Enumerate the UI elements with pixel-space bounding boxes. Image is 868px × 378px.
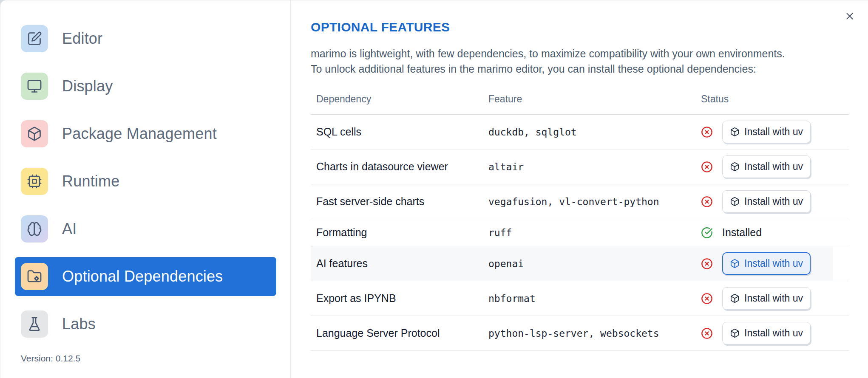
package-icon — [730, 197, 740, 206]
circle-check-icon — [701, 227, 713, 239]
sidebar-item-ai[interactable]: AI — [15, 209, 276, 248]
install-with-uv-button[interactable]: Install with uv — [722, 155, 811, 178]
circle-x-icon — [701, 161, 713, 173]
table-row-formatting: Formatting ruff Installed — [311, 219, 849, 246]
sidebar-item-label: Editor — [62, 30, 102, 48]
feature-packages: ruff — [483, 227, 695, 238]
dependency-name: Formatting — [311, 226, 483, 239]
panel-description: marimo is lightweight, with few dependen… — [311, 46, 849, 76]
package-icon — [730, 127, 740, 137]
table-row-export-ipynb: Export as IPYNB nbformat Install with uv — [311, 281, 849, 316]
sidebar-item-label: Optional Dependencies — [62, 268, 223, 285]
circle-x-icon — [701, 258, 713, 270]
sidebar-item-runtime[interactable]: Runtime — [15, 162, 276, 201]
package-icon — [730, 328, 740, 338]
install-with-uv-button[interactable]: Install with uv — [722, 287, 811, 310]
sidebar-item-label: AI — [62, 220, 77, 238]
sidebar-item-label: Labs — [62, 315, 96, 333]
feature-packages: nbformat — [483, 293, 695, 304]
close-button[interactable] — [843, 10, 856, 23]
feature-packages: duckdb, sqlglot — [483, 127, 695, 138]
table-header-row: Dependency Feature Status — [311, 87, 849, 115]
install-with-uv-button[interactable]: Install with uv — [722, 190, 811, 213]
circle-x-icon — [701, 126, 713, 138]
table-row-fast-charts: Fast server-side charts vegafusion, vl-c… — [311, 184, 849, 219]
table-row-sql-cells: SQL cells duckdb, sqlglot Install with u… — [311, 115, 849, 150]
dependency-name: Export as IPYNB — [311, 292, 483, 305]
install-with-uv-button[interactable]: Install with uv — [722, 322, 811, 344]
installed-status-label: Installed — [722, 226, 762, 239]
sidebar-item-label: Runtime — [62, 172, 119, 190]
dependency-name: Charts in datasource viewer — [311, 161, 483, 173]
column-header-feature: Feature — [483, 93, 695, 105]
sidebar-item-display[interactable]: Display — [15, 67, 276, 106]
box-icon — [21, 120, 48, 147]
sidebar-item-package-management[interactable]: Package Management — [15, 114, 276, 153]
package-icon — [730, 259, 740, 268]
column-header-status: Status — [695, 93, 849, 105]
sidebar-item-label: Display — [62, 77, 113, 95]
page-title: OPTIONAL FEATURES — [311, 21, 849, 34]
close-icon — [844, 11, 855, 22]
package-icon — [730, 293, 740, 303]
install-with-uv-button-focused[interactable]: Install with uv — [722, 252, 811, 275]
brain-icon — [21, 215, 48, 243]
table-row-charts-datasource: Charts in datasource viewer altair Insta… — [311, 150, 849, 184]
sidebar-item-editor[interactable]: Editor — [15, 19, 276, 58]
settings-dialog: Editor Display Package Management Runtim… — [0, 0, 868, 378]
description-line-2: To unlock additional features in the mar… — [311, 63, 756, 75]
cpu-icon — [21, 168, 48, 195]
table-row-ai-features: AI features openai Install with uv — [311, 246, 849, 281]
circle-x-icon — [701, 196, 713, 208]
column-header-dependency: Dependency — [311, 93, 483, 105]
sidebar-item-label: Package Management — [62, 125, 217, 143]
dependency-name: Language Server Protocol — [311, 327, 483, 339]
description-line-1: marimo is lightweight, with few dependen… — [311, 48, 785, 59]
folder-cog-icon — [21, 263, 48, 290]
monitor-icon — [21, 73, 48, 100]
sidebar-item-optional-dependencies[interactable]: Optional Dependencies — [15, 257, 276, 296]
version-text: Version: 0.12.5 — [21, 353, 276, 364]
circle-x-icon — [701, 293, 713, 305]
table-row-lsp: Language Server Protocol python-lsp-serv… — [311, 316, 849, 351]
dependency-name: Fast server-side charts — [311, 195, 483, 208]
feature-packages: python-lsp-server, websockets — [483, 328, 695, 339]
sidebar-item-labs[interactable]: Labs — [15, 305, 276, 344]
circle-x-icon — [701, 327, 713, 339]
settings-sidebar: Editor Display Package Management Runtim… — [0, 0, 291, 378]
install-with-uv-button[interactable]: Install with uv — [722, 121, 811, 143]
dependencies-table: Dependency Feature Status SQL cells duck… — [311, 87, 849, 351]
feature-packages: openai — [483, 258, 695, 269]
square-pen-icon — [21, 25, 48, 52]
dependency-name: SQL cells — [311, 126, 483, 138]
dependency-name: AI features — [311, 257, 483, 270]
feature-packages: altair — [483, 161, 695, 172]
optional-features-panel: OPTIONAL FEATURES marimo is lightweight,… — [291, 0, 868, 378]
flask-icon — [21, 310, 48, 338]
feature-packages: vegafusion, vl-convert-python — [483, 196, 695, 207]
package-icon — [730, 162, 740, 172]
